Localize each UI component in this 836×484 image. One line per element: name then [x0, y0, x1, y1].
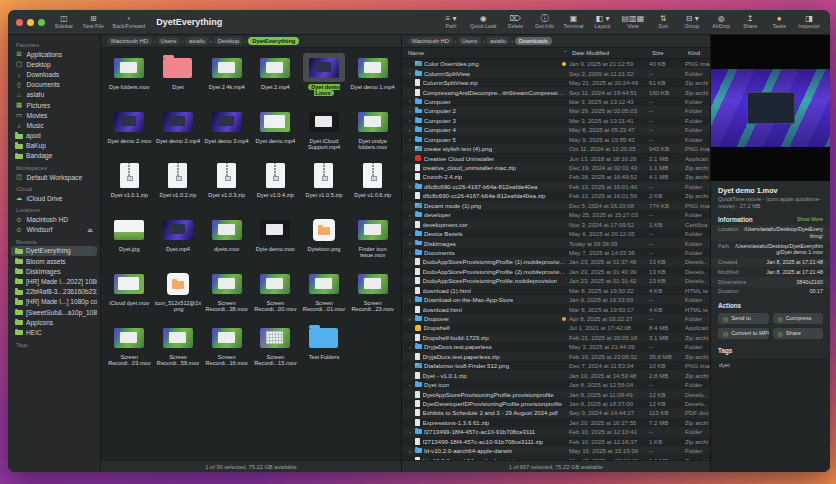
disclosure-chevron-icon[interactable]: ›: [408, 231, 412, 237]
file-row-compressinganddecompre-ithstreamcompress[interactable]: CompressingAndDecompre...ithStreamCompre…: [402, 87, 710, 96]
file-row-dodoappstoreprovisioningprofile-mobilepr[interactable]: DodoAppStoreProvisioningProfile.mobilepr…: [402, 276, 710, 285]
grid-item-screen-recordi-23-mov[interactable]: Screen Recordi...23.mov: [348, 269, 397, 323]
column-header-size[interactable]: Size: [652, 50, 688, 56]
file-row-dropshelf-build-1729-zip[interactable]: Dropshelf-build-1729.zipFeb 21, 2025 at …: [402, 333, 710, 342]
path-chip-users[interactable]: Users: [458, 37, 481, 45]
file-row-dryjadocs-test-paperless[interactable]: ›DryjaDocs.test.paperlessMay 3, 2025 at …: [402, 342, 710, 351]
sidebar-item-documents[interactable]: ▯Documents: [11, 80, 97, 90]
group-tool-button[interactable]: ⊟ ▾Group: [682, 15, 702, 29]
disclosure-chevron-icon[interactable]: ›: [408, 136, 412, 142]
sidebar-item-bandage[interactable]: Bandage: [11, 151, 97, 161]
delete-tool-button[interactable]: ⌦Delete: [506, 15, 526, 29]
grid-item-dyteicon-png[interactable]: DyteIcon.png: [300, 215, 349, 269]
sidebar-item-windsurf[interactable]: ⊙Windsurf⏏: [11, 225, 97, 235]
grid-item-icloud-dyet-mov[interactable]: iCloud dyet.mov: [105, 269, 154, 323]
show-more-link[interactable]: Show More: [797, 216, 823, 222]
disclosure-chevron-icon[interactable]: ›: [408, 344, 412, 350]
file-row-fd-v10-2-0-aarch64-apple-darwin[interactable]: ›fd-v10.2.0-aarch64-apple-darwinMay 15, …: [402, 446, 710, 455]
file-row-creative-cloud-uninstaller-mac-zip[interactable]: creative_cloud_uninstaller-mac.zipDec 19…: [402, 163, 710, 172]
disclosure-chevron-icon[interactable]: ›: [408, 316, 412, 322]
file-row-dropover[interactable]: ›DropoverApr 8, 2025 at 03:22:27--Folder: [402, 314, 710, 323]
disclosure-chevron-icon[interactable]: ›: [408, 240, 412, 246]
path-chip-asiafu[interactable]: asiafu: [486, 37, 510, 45]
file-row-f2713499-18f4-457c-ac10-91b708ce3111-zip[interactable]: f2713499-18f4-457c-ac10-91b708ce3111.zip…: [402, 437, 710, 446]
view-tool-button[interactable]: ▤▥▦View: [622, 15, 645, 29]
sidebar-item-bakup[interactable]: BaKup: [11, 141, 97, 151]
disclosure-chevron-icon[interactable]: ›: [408, 70, 412, 76]
sidebar-item-22bf4af8-3-236160b233[interactable]: 22bf4af8-3...236160b233: [11, 287, 97, 297]
column-header-date[interactable]: Date Modified: [572, 50, 652, 56]
file-row-download-on-the-mac-app-store[interactable]: ›Download-on-the-Mac-App-StoreJan 9, 202…: [402, 295, 710, 304]
disclosure-chevron-icon[interactable]: ›: [408, 183, 412, 189]
grid-item-dyet-v1-0-3-zip[interactable]: Dyet v1.0.3.zip: [202, 161, 251, 215]
file-row-computer-3[interactable]: ›Computer 3Mar 3, 2025 at 13:21:41--Fold…: [402, 116, 710, 125]
get-info-tool-button[interactable]: ⓘGet Info: [535, 15, 555, 29]
new-file-button[interactable]: ⊞ New File: [83, 15, 104, 29]
sidebar-item-pictures[interactable]: ▦Pictures: [11, 100, 97, 110]
file-row-computer-5[interactable]: ›Computer 5May 9, 2025 at 19:55:43--Fold…: [402, 135, 710, 144]
grid-item-dyet-v1-0-5-zip[interactable]: Dyet v1.0.5.zip: [300, 161, 349, 215]
grid-item-screen-recordi-15-mov[interactable]: Screen Recordi...15.mov: [251, 323, 300, 377]
grid-item-dyet-demo-2-mp4[interactable]: Dyet demo 2.mp4: [154, 107, 203, 161]
grid-item-dyet-icloud-support-mp4[interactable]: Dyet iCloud Support.mp4: [300, 107, 349, 161]
share-button[interactable]: ◎Share: [773, 328, 824, 339]
file-row-columnsplitview-zip[interactable]: ColumnSplitView.zipMay 21, 2025 at 20:24…: [402, 78, 710, 87]
tasks-tool-button[interactable]: ●Tasks: [769, 15, 789, 29]
grid-item-dyets-mov[interactable]: dyets.mov: [202, 215, 251, 269]
grid-item-screen-recordi-01-mov[interactable]: Screen Recordi...01.mov: [300, 269, 349, 323]
terminal-tool-button[interactable]: ▣Terminal: [564, 15, 584, 29]
file-row-d6c8c690-cc26-4167-b64a-812eafda40ea-zip[interactable]: d6c8c690-cc26-4167-b64a-812eafda40ea.zip…: [402, 191, 710, 200]
grid-item-dyte-demo-mov[interactable]: Dyte demo.mov: [251, 215, 300, 269]
file-row-development-cer[interactable]: development.cerNov 3, 2024 at 17:09:521 …: [402, 219, 710, 228]
file-row-device-bezels[interactable]: ›Device BezelsMay 6, 2025 at 20:12:05--F…: [402, 229, 710, 238]
grid-item-dyet-demo-mp4[interactable]: Dyet demo.mp4: [251, 107, 300, 161]
path-chip-users[interactable]: Users: [157, 37, 180, 45]
sidebar-item-downloads[interactable]: ↓Downloads: [11, 69, 97, 79]
grid-item-dyet-jpg[interactable]: Dyet.jpg: [105, 215, 154, 269]
inspector-tool-button[interactable]: ◨Inspector: [798, 15, 820, 29]
sidebar-toggle-button[interactable]: ◫ Sidebar: [54, 15, 74, 29]
grid-item-dyet-demo-1-mov[interactable]: Dyet demo 1.mov: [300, 53, 349, 107]
sidebar-item-heic[interactable]: HEIC: [11, 327, 97, 337]
sidebar-item-hr-made-i-1080p-copy[interactable]: [HR] Made I...] 1080p copy: [11, 297, 97, 307]
file-row-create-stylish-text-4-png[interactable]: create stylish text (4).pngOct 11, 2024 …: [402, 144, 710, 153]
compress-button[interactable]: ◎Compress: [773, 313, 824, 324]
file-row-download-html[interactable]: download.htmlMar 8, 2025 at 19:50:174 KB…: [402, 304, 710, 313]
path-chip-macintosh-hd[interactable]: Macintosh HD: [107, 37, 152, 45]
file-row-dropshelf[interactable]: DropshelfJul 1, 2021 at 17:42:088.4 MBAp…: [402, 323, 710, 332]
disclosure-chevron-icon[interactable]: ›: [408, 448, 412, 454]
disclosure-chevron-icon[interactable]: ›: [408, 429, 412, 435]
sidebar-item-diskimages[interactable]: DiskImages: [11, 266, 97, 276]
file-row-dodoappstoreprovisioningprofile-1-mobile[interactable]: DodoAppStoreProvisioningProfile (1).mobi…: [402, 257, 710, 266]
file-row-expressions-1-3-6-61-zip[interactable]: Expressions-1.3.6.61.zipJan 20, 2025 at …: [402, 418, 710, 427]
send-to-button[interactable]: ◎Send to: [718, 313, 769, 324]
grid-item-screen-recordi-03-mov[interactable]: Screen Recordi...03.mov: [105, 323, 154, 377]
video-preview[interactable]: [711, 35, 830, 181]
share-tool-button[interactable]: ↥Share: [740, 15, 760, 29]
file-row-dyet-icon[interactable]: ›Dyet iconJan 8, 2025 at 12:56:04--Folde…: [402, 380, 710, 389]
grid-item-screen-recordi-16-mov[interactable]: Screen Recordi...16.mov: [202, 323, 251, 377]
column-header-kind[interactable]: Kind: [688, 50, 710, 56]
grid-item-screen-recordi-38-mov[interactable]: Screen Recordi...38.mov: [202, 269, 251, 323]
file-row-dryjadocs-test-paperless-zip[interactable]: DryjaDocs.test.paperless.zipFeb 19, 2025…: [402, 352, 710, 361]
grid-item-dyet-2-mp4[interactable]: Dyet 2.mp4: [251, 53, 300, 107]
file-row-f2713499-18f4-457c-ac10-91b708ce3111[interactable]: ›f2713499-18f4-457c-ac10-91b708ce3111Feb…: [402, 427, 710, 436]
grid-item-dyet-demo-1-mp4[interactable]: Dyet demo 1.mp4: [348, 53, 397, 107]
minimize-window-button[interactable]: [27, 19, 34, 26]
disclosure-chevron-icon[interactable]: ›: [408, 382, 412, 388]
file-row-exhibits-to-schedule-2-and-3-29-august-2[interactable]: Exhibits to Schedule 2 and 3 - 29 August…: [402, 408, 710, 417]
file-row-download-1-html[interactable]: download (1).htmlMar 8, 2025 at 19:50:22…: [402, 286, 710, 295]
back-forward-button[interactable]: ‹ Back/Forward: [113, 15, 146, 29]
grid-item-dyet[interactable]: Dyet: [154, 53, 203, 107]
tag-item-dyet[interactable]: dyet: [719, 362, 822, 368]
sidebar-item-icloud-drive[interactable]: ☁iCloud Drive: [11, 193, 97, 203]
grid-item-dyet-v1-0-6-zip[interactable]: Dyet v1.0.6.zip: [348, 161, 397, 215]
convert-to-mp4-button[interactable]: ◎Convert to MP4: [718, 328, 769, 339]
file-row-documents[interactable]: ›DocumentsMay 7, 2025 at 14:03:36--Folde…: [402, 248, 710, 257]
airdrop-tool-button[interactable]: ◍AirDrop: [711, 15, 731, 29]
sidebar-item-sweetsub-a10p-1080p[interactable]: [SweetSub&...a10p_1080p]: [11, 307, 97, 317]
sidebar-item-music[interactable]: ♪Music: [11, 120, 97, 130]
grid-item-screen-recordi-00-mov[interactable]: Screen Recordi...00.mov: [251, 269, 300, 323]
file-row-crunch-2-4-zip[interactable]: Crunch-2.4.zipFeb 28, 2025 at 16:49:524.…: [402, 172, 710, 181]
file-row-dyetdeveloperidprovisioningprofile-provi[interactable]: DyetDeveloperIDProvisioningProfile.provi…: [402, 399, 710, 408]
